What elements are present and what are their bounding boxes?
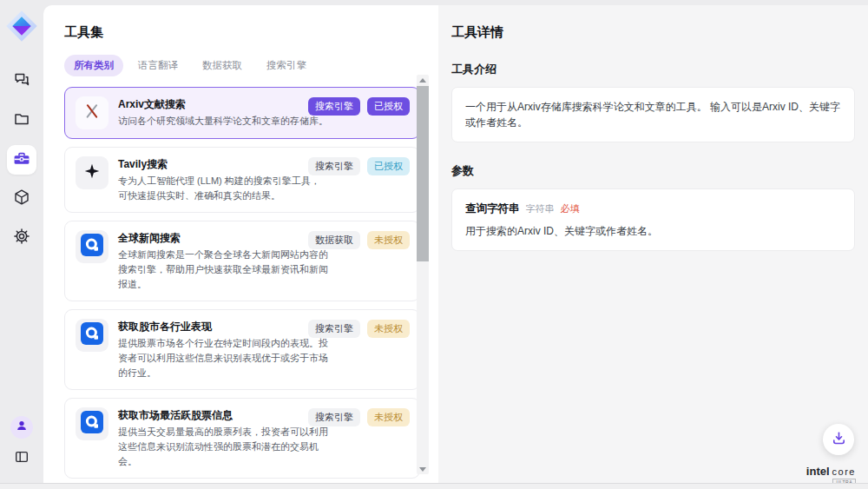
- tool-card-global-news[interactable]: 全球新闻搜索 全球新闻搜索是一个聚合全球各大新闻网站内容的搜索引擎，帮助用户快速…: [64, 221, 420, 301]
- tool-card-arxiv[interactable]: Arxiv文献搜索 访问各个研究领域大量科学论文和文章的存储库。 搜索引擎 已授…: [64, 87, 420, 139]
- status-badge: 已授权: [367, 97, 410, 116]
- download-button[interactable]: [823, 424, 854, 455]
- tool-description: 访问各个研究领域大量科学论文和文章的存储库。: [118, 114, 328, 129]
- app-logo: [5, 10, 38, 43]
- tab-all-categories[interactable]: 所有类别: [64, 55, 123, 76]
- tool-card-tavily[interactable]: Tavily搜索 专为人工智能代理 (LLM) 构建的搜索引擎工具，可快速提供实…: [64, 147, 420, 213]
- status-badge: 未授权: [367, 231, 410, 249]
- category-badge: 搜索引擎: [308, 97, 360, 116]
- sidebar-nav: [7, 67, 36, 253]
- scroll-up-arrow-icon: [419, 78, 426, 83]
- category-badge: 数据获取: [308, 231, 360, 249]
- category-badge: 搜索引擎: [308, 157, 360, 175]
- tool-card-sector-performance[interactable]: 获取股市各行业表现 提供股票市场各个行业在特定时间段内的表现。投资者可以利用这些…: [64, 309, 420, 390]
- tool-icon-box: [76, 319, 108, 352]
- intro-heading: 工具介绍: [451, 62, 855, 77]
- juhe-blue-icon: [81, 322, 103, 348]
- scrollbar-thumb[interactable]: [417, 86, 429, 261]
- tool-list: Arxiv文献搜索 访问各个研究领域大量科学论文和文章的存储库。 搜索引擎 已授…: [64, 87, 420, 488]
- tool-card-most-active-stocks[interactable]: 获取市场最活跃股票信息 提供当天交易量最高的股票列表，投资者可以利用这些信息来识…: [64, 398, 420, 479]
- gear-icon: [13, 228, 30, 248]
- tool-detail-panel: 工具详情 工具介绍 一个用于从Arxiv存储库搜索科学论文和文章的工具。 输入可…: [438, 5, 868, 483]
- window-bottom-edge: [0, 483, 868, 489]
- gem-logo-icon: [5, 10, 38, 43]
- brand-intel-text: intel: [806, 465, 830, 478]
- status-badge: 已授权: [367, 157, 410, 175]
- param-card: 查询字符串 字符串 必填 用于搜索的Arxiv ID、关键字或作者姓名。: [451, 188, 855, 251]
- detail-title: 工具详情: [451, 24, 855, 41]
- sidebar-rail: [0, 0, 43, 483]
- juhe-blue-icon: [81, 411, 103, 437]
- category-badge: 搜索引擎: [308, 320, 360, 338]
- scroll-down-button[interactable]: [417, 464, 429, 474]
- tool-description: 全球新闻搜索是一个聚合全球各大新闻网站内容的搜索引擎，帮助用户快速获取全球最新资…: [118, 248, 328, 292]
- toolbox-icon: [13, 149, 30, 170]
- param-required-flag: 必填: [561, 201, 580, 216]
- cube-icon: [13, 188, 30, 209]
- tool-icon-box: [76, 230, 108, 263]
- scroll-up-button[interactable]: [417, 75, 429, 85]
- user-avatar-icon: [15, 419, 29, 436]
- sidebar-item-chat[interactable]: [7, 67, 36, 96]
- tab-data-fetch[interactable]: 数据获取: [193, 55, 252, 76]
- sidebar-item-tools[interactable]: [7, 145, 36, 175]
- toolset-title: 工具集: [64, 24, 438, 41]
- tavily-star-icon: [82, 162, 102, 184]
- tool-icon-box: [76, 407, 108, 440]
- status-badge: 未授权: [367, 320, 410, 338]
- tool-description: 提供当天交易量最高的股票列表，投资者可以利用这些信息来识别流动性强的股票和潜在的…: [118, 425, 328, 469]
- sidebar-item-models[interactable]: [7, 184, 36, 214]
- params-heading: 参数: [451, 163, 855, 179]
- tool-description: 提供股票市场各个行业在特定时间段内的表现。投资者可以利用这些信息来识别表现优于或…: [118, 336, 328, 380]
- toolset-panel: 工具集 所有类别 语言翻译 数据获取 搜索引擎 Arxiv: [43, 5, 438, 483]
- tool-description: 专为人工智能代理 (LLM) 构建的搜索引擎工具，可快速提供实时、准确和真实的结…: [118, 174, 328, 203]
- status-badge: 未授权: [367, 408, 410, 426]
- panel-toggle-button[interactable]: [10, 446, 34, 471]
- folder-icon: [13, 110, 30, 131]
- arxiv-icon: [82, 102, 102, 124]
- tab-search-engine[interactable]: 搜索引擎: [257, 55, 316, 76]
- brand-core-text: core: [832, 466, 856, 477]
- param-description: 用于搜索的Arxiv ID、关键字或作者姓名。: [465, 223, 841, 239]
- scroll-down-arrow-icon: [419, 467, 426, 472]
- sidebar-item-settings[interactable]: [7, 223, 36, 253]
- tab-translation[interactable]: 语言翻译: [128, 55, 187, 76]
- category-tabs: 所有类别 语言翻译 数据获取 搜索引擎: [64, 55, 438, 76]
- user-avatar[interactable]: [10, 416, 33, 439]
- category-badge: 搜索引擎: [308, 408, 360, 426]
- panel-toggle-icon: [14, 449, 30, 468]
- tool-icon-box: [76, 156, 108, 189]
- juhe-blue-icon: [81, 234, 103, 260]
- main-area: 工具集 所有类别 语言翻译 数据获取 搜索引擎 Arxiv: [43, 5, 868, 483]
- intro-text: 一个用于从Arxiv存储库搜索科学论文和文章的工具。 输入可以是Arxiv ID…: [465, 101, 840, 129]
- sidebar-item-files[interactable]: [7, 106, 36, 135]
- download-icon: [831, 430, 847, 449]
- list-scrollbar[interactable]: [417, 75, 429, 474]
- param-name: 查询字符串: [465, 201, 520, 216]
- chat-icon: [13, 71, 30, 92]
- intro-card: 一个用于从Arxiv存储库搜索科学论文和文章的工具。 输入可以是Arxiv ID…: [451, 87, 855, 142]
- tool-icon-box: [76, 96, 108, 129]
- param-type: 字符串: [526, 201, 555, 216]
- sidebar-bottom: [10, 416, 34, 471]
